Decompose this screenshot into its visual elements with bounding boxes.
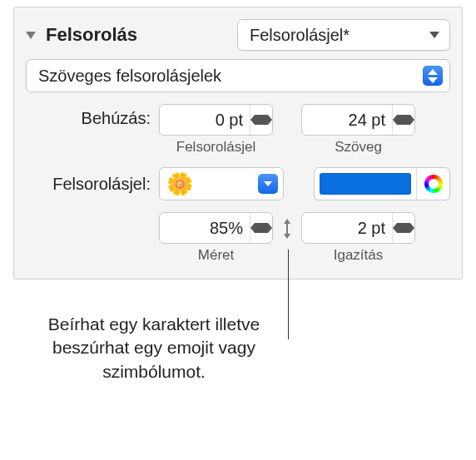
list-style-value: Felsorolásjel* <box>250 26 421 45</box>
chevron-down-icon <box>429 32 439 38</box>
stepper-up[interactable] <box>393 213 414 228</box>
header-row: Felsorolás Felsorolásjel* <box>26 19 450 51</box>
chevron-down-icon <box>250 120 272 135</box>
color-wheel-icon <box>424 175 443 193</box>
bullet-type-row: Szöveges felsorolásjelek <box>26 59 450 92</box>
chevron-down-icon <box>428 77 438 83</box>
callout-leader-line <box>288 250 289 339</box>
chevron-down-icon <box>250 228 272 243</box>
bullet-type-popup[interactable]: Szöveges felsorolásjelek <box>26 59 450 92</box>
popup-indicator <box>423 66 443 86</box>
align-group: 2 pt Igazítás <box>301 212 415 264</box>
stepper-down[interactable] <box>393 228 414 243</box>
bullet-indent-group: 0 pt Felsorolásjel <box>159 104 273 156</box>
size-sublabel: Méret <box>198 247 234 264</box>
color-swatch <box>320 173 411 195</box>
stepper-up[interactable] <box>393 105 414 120</box>
bullet-indent-sublabel: Felsorolásjel <box>176 139 255 156</box>
indent-label: Behúzás: <box>26 104 159 128</box>
bullet-indent-value: 0 pt <box>170 111 250 130</box>
align-sublabel: Igazítás <box>334 247 384 264</box>
chevron-up-icon <box>393 213 414 228</box>
stepper-up[interactable] <box>250 213 272 228</box>
chevron-up-icon <box>250 213 272 228</box>
stepper-down[interactable] <box>393 120 414 135</box>
vertical-align-icon <box>273 212 301 240</box>
chevron-up-icon <box>428 69 438 75</box>
chevron-up-icon <box>393 105 414 120</box>
size-align-row: 85% Méret 2 pt I <box>26 212 450 264</box>
bullets-panel: Felsorolás Felsorolásjel* Szöveges felso… <box>13 7 463 279</box>
chevron-down-icon <box>264 181 272 186</box>
chevron-down-icon <box>393 120 414 135</box>
bullet-glyph-popup-button[interactable] <box>258 174 278 194</box>
size-value: 85% <box>170 219 250 238</box>
bullet-glyph-row: Felsorolásjel: 🌼 <box>26 167 450 200</box>
chevron-down-icon <box>393 228 414 243</box>
text-indent-field[interactable]: 24 pt <box>301 104 415 136</box>
color-picker-button[interactable] <box>416 168 449 200</box>
indent-row: Behúzás: 0 pt Felsorolásjel 24 pt Szöveg <box>26 104 450 156</box>
list-style-popup[interactable]: Felsorolásjel* <box>237 19 450 51</box>
stepper-down[interactable] <box>250 228 272 243</box>
size-field[interactable]: 85% <box>159 212 273 244</box>
bullet-glyph-value: 🌼 <box>166 173 258 195</box>
align-field[interactable]: 2 pt <box>301 212 415 244</box>
bullet-glyph-label: Felsorolásjel: <box>26 175 159 194</box>
chevron-up-icon <box>250 105 272 120</box>
size-group: 85% Méret <box>159 212 273 264</box>
callout-text: Beírhat egy karaktert illetve beszúrhat … <box>17 313 291 383</box>
bullet-type-value: Szöveges felsorolásjelek <box>38 67 423 86</box>
text-indent-group: 24 pt Szöveg <box>301 104 415 156</box>
bullet-indent-field[interactable]: 0 pt <box>159 104 273 136</box>
disclosure-triangle[interactable] <box>26 32 36 39</box>
text-indent-value: 24 pt <box>312 111 392 130</box>
section-title: Felsorolás <box>46 24 237 46</box>
align-value: 2 pt <box>312 219 392 238</box>
callout: Beírhat egy karaktert illetve beszúrhat … <box>0 313 476 383</box>
bullet-color-well[interactable] <box>314 167 450 200</box>
stepper-up[interactable] <box>250 105 272 120</box>
text-indent-sublabel: Szöveg <box>335 139 382 156</box>
bullet-glyph-field[interactable]: 🌼 <box>159 167 284 200</box>
stepper-down[interactable] <box>250 120 272 135</box>
